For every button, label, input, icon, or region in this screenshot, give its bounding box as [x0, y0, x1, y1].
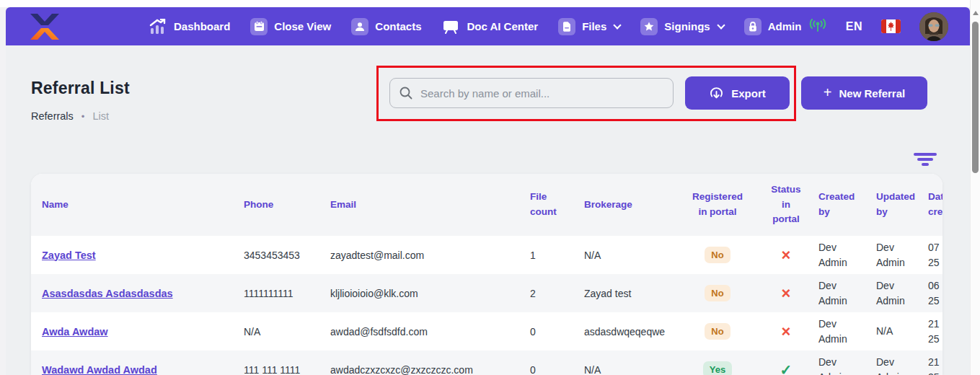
status-in-portal-icon: × [782, 284, 791, 302]
brokerage-cell: Zayad test [584, 288, 681, 299]
status-in-portal-icon: × [782, 246, 791, 264]
breadcrumb-separator: • [81, 111, 85, 122]
nav-item-label: Signings [664, 20, 710, 32]
new-referral-button[interactable]: + New Referral [801, 76, 927, 110]
table-header-row: Name Phone Email File count Brokerage Re… [31, 174, 943, 236]
app-logo-icon[interactable] [26, 12, 63, 41]
nav-item-label: Admin [768, 20, 802, 32]
phone-cell: 111 111 1111 [244, 364, 330, 375]
nav-item-files[interactable]: Files [558, 18, 620, 35]
table-row: Awda Awdaw N/A awdad@fsdfsdfd.com 0 asda… [31, 312, 943, 350]
chevron-down-icon [717, 21, 725, 29]
email-cell: kljlioioioio@klk.com [330, 288, 530, 299]
column-header-date-created[interactable]: Date created [928, 190, 943, 220]
filter-icon[interactable] [913, 153, 937, 167]
scrollbar-up-arrow[interactable] [973, 11, 979, 15]
date-created-cell: 2125 [928, 317, 943, 347]
broadcast-status-icon[interactable] [808, 17, 827, 36]
registered-badge: Yes [703, 361, 732, 375]
referral-name-link[interactable]: Zayad Test [42, 250, 96, 261]
navbar-right: EN [808, 12, 948, 41]
breadcrumb: Referrals • List [31, 110, 109, 122]
nav-item-contacts[interactable]: Contacts [351, 18, 421, 35]
column-header-name[interactable]: Name [42, 198, 244, 213]
referral-name-link[interactable]: Wadawd Awdad Awdad [42, 364, 157, 375]
table-row: Asasdasdas Asdasdasdas 1111111111 kljlio… [31, 274, 943, 312]
lock-icon [744, 18, 762, 35]
updated-by-cell: Dev Admin [876, 240, 912, 270]
canada-flag-icon[interactable] [881, 19, 901, 33]
nav-item-label: Dashboard [174, 20, 230, 32]
chevron-down-icon [614, 21, 622, 29]
column-header-brokerage[interactable]: Brokerage [584, 198, 681, 213]
file-count-cell: 2 [530, 288, 584, 299]
referral-name-link[interactable]: Awda Awdaw [42, 326, 108, 338]
created-by-cell: Dev Admin [818, 355, 855, 375]
phone-cell: 1111111111 [244, 288, 330, 299]
column-header-status[interactable]: Status in portal [769, 182, 803, 228]
scrollbar-thumb[interactable] [972, 22, 979, 173]
nav-menu: Dashboard Close View [149, 18, 801, 35]
top-strip [0, 0, 980, 7]
column-header-updated-by[interactable]: Updated by [876, 190, 918, 220]
download-circle-icon [709, 86, 724, 101]
column-header-file-count[interactable]: File count [530, 190, 560, 220]
brokerage-cell: N/A [584, 250, 681, 261]
language-selector[interactable]: EN [846, 20, 862, 33]
referral-name-link[interactable]: Asasdasdas Asdasdasdas [42, 288, 173, 299]
plus-icon: + [824, 85, 832, 100]
phone-cell: N/A [244, 326, 330, 338]
user-avatar[interactable] [919, 12, 948, 41]
table-row: Zayad Test 3453453453 zayadtest@mail.com… [31, 236, 943, 274]
file-count-cell: 0 [530, 364, 584, 375]
nav-item-admin[interactable]: Admin [744, 18, 802, 35]
registered-badge: No [705, 285, 730, 301]
export-button[interactable]: Export [685, 76, 790, 110]
search-icon [399, 86, 413, 100]
page-title: Referral List [31, 79, 130, 98]
column-header-phone[interactable]: Phone [244, 198, 330, 213]
new-referral-button-label: New Referral [839, 87, 905, 100]
nav-item-label: Files [582, 20, 606, 32]
search-box [389, 78, 674, 108]
email-cell: awdad@fsdfsdfd.com [330, 326, 530, 338]
column-header-created-by[interactable]: Created by [818, 190, 860, 220]
file-count-cell: 0 [530, 326, 584, 338]
date-created-cell: 2125 [928, 355, 943, 375]
chart-trending-icon [149, 18, 167, 35]
table-row: Wadawd Awdad Awdad 111 111 1111 awdadczx… [31, 350, 943, 375]
column-header-email[interactable]: Email [330, 198, 530, 213]
updated-by-cell: Dev Admin [876, 355, 912, 375]
calendar-icon [250, 18, 268, 35]
brokerage-cell: N/A [584, 364, 681, 375]
nav-item-doc-ai-center[interactable]: Doc AI Center [441, 18, 538, 35]
left-strip [0, 7, 6, 375]
nav-item-close-view[interactable]: Close View [250, 18, 331, 35]
file-count-cell: 1 [530, 250, 584, 261]
created-by-cell: Dev Admin [818, 317, 855, 346]
email-cell: awdadczxzcxzc@zxzczczc.com [330, 364, 530, 375]
date-created-cell: 0625 [928, 278, 943, 309]
status-in-portal-icon: ✓ [780, 362, 793, 375]
column-header-registered[interactable]: Registered in portal [688, 190, 747, 220]
nav-item-signings[interactable]: Signings [640, 18, 723, 35]
star-icon [640, 18, 658, 35]
registered-badge: No [705, 247, 730, 263]
updated-by-cell: N/A [876, 324, 912, 338]
navbar: Dashboard Close View [6, 7, 970, 45]
referrals-table-card: Name Phone Email File count Brokerage Re… [31, 174, 943, 375]
nav-item-label: Doc AI Center [467, 20, 538, 32]
nav-item-label: Contacts [375, 20, 421, 32]
search-input[interactable] [420, 87, 664, 100]
vertical-scrollbar[interactable] [970, 0, 980, 375]
brokerage-cell: asdasdwqeqeqwe [584, 326, 681, 338]
registered-badge: No [705, 323, 730, 340]
updated-by-cell: Dev Admin [876, 278, 912, 308]
person-icon [351, 18, 368, 35]
status-in-portal-icon: × [782, 322, 791, 340]
file-icon [558, 18, 575, 35]
breadcrumb-current: List [92, 110, 109, 122]
breadcrumb-root[interactable]: Referrals [31, 110, 74, 122]
nav-item-dashboard[interactable]: Dashboard [149, 18, 230, 35]
phone-cell: 3453453453 [244, 250, 330, 261]
